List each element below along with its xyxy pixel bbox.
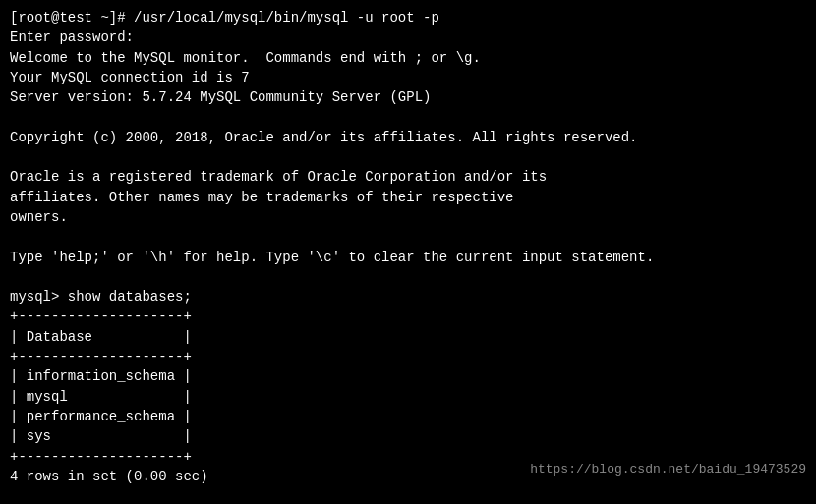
watermark: https://blog.csdn.net/baidu_19473529 [530,462,806,476]
terminal-output: [root@test ~]# /usr/local/mysql/bin/mysq… [0,0,816,504]
